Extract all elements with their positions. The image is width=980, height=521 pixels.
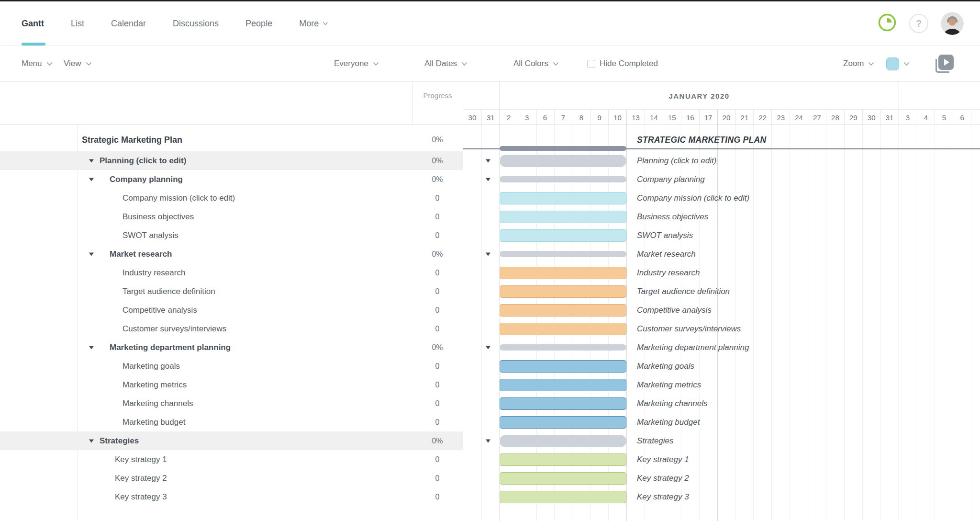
view-dropdown[interactable]: View <box>64 46 92 81</box>
task-row[interactable]: Competitive analysis0 <box>0 301 463 319</box>
menu-dropdown[interactable]: Menu <box>22 46 53 81</box>
task-row[interactable]: Company mission (click to edit)0 <box>0 189 463 207</box>
gantt-bar-green[interactable] <box>500 472 626 485</box>
task-label[interactable]: Business objectives <box>122 212 194 222</box>
task-label[interactable]: Company mission (click to edit) <box>122 193 235 203</box>
collapse-caret-icon[interactable] <box>89 439 94 442</box>
group-row[interactable]: Company planning0% <box>0 170 463 189</box>
progress-value[interactable]: 0 <box>412 418 463 427</box>
progress-value[interactable]: 0 <box>412 325 463 333</box>
task-label[interactable]: Key strategy 2 <box>115 474 167 483</box>
tab-list[interactable]: List <box>71 1 84 45</box>
group-summary-bar[interactable] <box>500 176 626 182</box>
group-summary-bar[interactable] <box>500 435 626 447</box>
progress-value[interactable]: 0 <box>412 399 463 408</box>
collapse-caret-icon[interactable] <box>89 178 94 181</box>
task-label[interactable]: SWOT analysis <box>122 231 178 240</box>
collapse-caret-icon[interactable] <box>486 439 490 442</box>
task-row[interactable]: Marketing budget0 <box>0 413 463 431</box>
gantt-bar-blue[interactable] <box>500 360 626 373</box>
task-row[interactable]: Marketing metrics0 <box>0 375 463 394</box>
gantt-bar-green[interactable] <box>500 453 626 466</box>
task-label[interactable]: Customer surveys/interviews <box>122 324 226 334</box>
task-row[interactable]: SWOT analysis0 <box>0 226 463 245</box>
task-label[interactable]: Planning (click to edit) <box>100 156 186 166</box>
date-filter-dropdown[interactable]: All Dates <box>424 46 468 81</box>
task-label[interactable]: Marketing budget <box>122 418 185 427</box>
tab-more[interactable]: More <box>299 1 328 45</box>
progress-value[interactable]: 0 <box>412 213 463 221</box>
task-label[interactable]: Marketing department planning <box>110 343 231 352</box>
task-row[interactable]: Marketing goals0 <box>0 357 463 375</box>
task-row[interactable]: Target audience definition0 <box>0 282 463 301</box>
progress-value[interactable]: 0 <box>412 287 463 296</box>
task-row[interactable]: Business objectives0 <box>0 207 463 226</box>
assignee-filter-dropdown[interactable]: Everyone <box>334 46 379 81</box>
task-label[interactable]: Strategies <box>100 436 139 446</box>
task-label[interactable]: Key strategy 1 <box>115 455 167 464</box>
task-row[interactable]: Industry research0 <box>0 263 463 282</box>
progress-value[interactable]: 0 <box>412 231 463 240</box>
gantt-bar-orange[interactable] <box>500 323 626 335</box>
task-label[interactable]: Company planning <box>110 175 183 184</box>
progress-value[interactable]: 0% <box>412 343 463 352</box>
time-tracking-icon[interactable] <box>878 13 897 34</box>
bar-color-swatch[interactable] <box>886 57 899 70</box>
task-row[interactable]: Key strategy 20 <box>0 469 463 487</box>
progress-value[interactable]: 0 <box>412 194 463 203</box>
collapse-caret-icon[interactable] <box>486 252 490 256</box>
project-summary-bar[interactable] <box>500 146 626 151</box>
progress-value[interactable]: 0 <box>412 455 463 464</box>
gantt-bar-cyan[interactable] <box>500 211 626 223</box>
task-row[interactable]: Key strategy 30 <box>0 487 463 506</box>
progress-value[interactable]: 0 <box>412 306 463 315</box>
progress-value[interactable]: 0% <box>412 250 463 259</box>
gantt-bar-orange[interactable] <box>500 304 626 317</box>
progress-value[interactable]: 0 <box>412 474 463 483</box>
task-label[interactable]: Competitive analysis <box>122 306 197 315</box>
task-label[interactable]: Target audience definition <box>122 287 215 296</box>
color-filter-dropdown[interactable]: All Colors <box>513 46 559 81</box>
avatar[interactable] <box>941 12 964 35</box>
collapse-caret-icon[interactable] <box>89 346 94 349</box>
gantt-bar-blue[interactable] <box>500 416 626 429</box>
hide-completed-checkbox[interactable] <box>587 60 595 68</box>
progress-value[interactable]: 0% <box>412 437 463 445</box>
group-summary-bar[interactable] <box>500 344 626 351</box>
zoom-dropdown[interactable]: Zoom <box>843 46 874 81</box>
progress-value[interactable]: 0% <box>412 175 463 184</box>
tab-people[interactable]: People <box>245 1 272 45</box>
project-title[interactable]: Strategic Marketing Plan <box>82 135 182 145</box>
group-row[interactable]: Marketing department planning0% <box>0 338 463 357</box>
tab-calendar[interactable]: Calendar <box>111 1 146 45</box>
gantt-bar-orange[interactable] <box>500 285 626 298</box>
gantt-bar-orange[interactable] <box>500 267 626 279</box>
collapse-caret-icon[interactable] <box>89 252 94 256</box>
group-summary-bar[interactable] <box>500 155 626 167</box>
gantt-bar-blue[interactable] <box>500 379 626 391</box>
collapse-caret-icon[interactable] <box>486 159 490 162</box>
task-row[interactable]: Key strategy 10 <box>0 450 463 469</box>
group-row[interactable]: Market research0% <box>0 245 463 263</box>
group-row[interactable]: Strategies0% <box>0 431 463 450</box>
task-label[interactable]: Marketing channels <box>122 399 193 408</box>
group-row[interactable]: Planning (click to edit)0% <box>0 151 463 170</box>
bar-color-picker[interactable] <box>886 46 910 81</box>
tab-discussions[interactable]: Discussions <box>173 1 219 45</box>
task-label[interactable]: Market research <box>110 249 172 259</box>
progress-value[interactable]: 0 <box>412 381 463 389</box>
project-progress-value[interactable]: 0% <box>412 136 463 144</box>
progress-value[interactable]: 0 <box>412 493 463 501</box>
video-tutorials-button[interactable] <box>935 46 954 81</box>
progress-value[interactable]: 0% <box>412 157 463 165</box>
progress-value[interactable]: 0 <box>412 362 463 371</box>
progress-value[interactable]: 0 <box>412 269 463 277</box>
task-label[interactable]: Industry research <box>122 268 185 278</box>
group-summary-bar[interactable] <box>500 251 626 257</box>
task-label[interactable]: Marketing metrics <box>122 380 187 390</box>
gantt-bar-cyan[interactable] <box>500 229 626 242</box>
collapse-caret-icon[interactable] <box>486 346 490 349</box>
task-row[interactable]: Customer surveys/interviews0 <box>0 319 463 338</box>
collapse-caret-icon[interactable] <box>486 178 490 181</box>
gantt-bar-cyan[interactable] <box>500 192 626 204</box>
